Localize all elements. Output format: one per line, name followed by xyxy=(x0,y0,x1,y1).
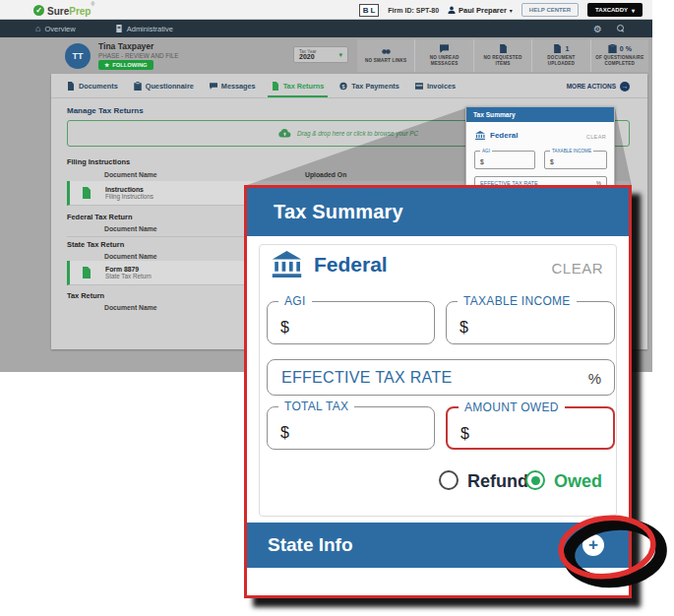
search-icon[interactable] xyxy=(617,25,625,32)
check-icon: ✓ xyxy=(33,5,44,16)
following-button[interactable]: ★ FOLLOWING xyxy=(98,60,153,70)
column-document-name: Document Name xyxy=(104,225,157,232)
mini-agi-label: AGI xyxy=(480,149,492,154)
taxable-income-field[interactable]: TAXABLE INCOME $ xyxy=(446,301,615,344)
tab-invoices[interactable]: Invoices xyxy=(415,74,456,97)
dropzone-text: Drag & drop here or click to browse your… xyxy=(297,130,418,137)
percent-suffix: % xyxy=(588,369,601,386)
tabs-row: Documents Questionnaire Messages Tax Ret… xyxy=(51,74,647,98)
mini-currency: $ xyxy=(550,158,554,165)
tile-questionnaire: 0 % OF QUESTIONNAIRE COMPLETED xyxy=(591,39,648,72)
messages-icon xyxy=(210,82,217,91)
owed-label: Owed xyxy=(554,471,602,492)
document-icon xyxy=(553,44,562,53)
amount-owed-field[interactable]: AMOUNT OWED $ xyxy=(446,406,615,450)
logo-text-sure: Sure xyxy=(47,6,69,17)
tile-label: NO UNREAD MESSAGES xyxy=(417,55,470,66)
section-tax-return: Tax Return xyxy=(67,291,104,300)
effective-tax-rate-field[interactable]: EFFECTIVE TAX RATE % xyxy=(267,359,615,396)
user-menu[interactable]: Paul Preparer ▾ xyxy=(448,6,513,15)
logo-text-prep: Prep xyxy=(69,6,91,17)
refund-radio[interactable] xyxy=(439,470,459,490)
add-state-button[interactable]: + xyxy=(582,534,604,556)
tab-tax-payments[interactable]: $ Tax Payments xyxy=(339,74,399,97)
column-document-name: Document Name xyxy=(104,171,157,178)
tab-messages[interactable]: Messages xyxy=(210,74,256,97)
nav-overview-label: Overview xyxy=(44,25,75,33)
svg-text:$: $ xyxy=(342,84,345,90)
firm-id-label: Firm ID: SPT-80 xyxy=(388,7,439,14)
tile-value: 0 % xyxy=(620,45,632,52)
mini-federal-label: Federal xyxy=(490,131,518,140)
tab-questionnaire[interactable]: Questionnaire xyxy=(134,74,194,97)
tax-returns-icon xyxy=(272,82,279,91)
help-center-button[interactable]: HELP CENTER xyxy=(521,3,579,17)
document-name: Form 8879 xyxy=(105,266,152,273)
state-info-bar: State Info + xyxy=(247,523,629,568)
tab-label: Documents xyxy=(79,82,118,91)
secondary-nav: ⌂ Overview Administrative ⚙ xyxy=(0,20,652,37)
tax-year-value: 2020 xyxy=(299,53,317,60)
mini-taxable-income-field[interactable]: TAXABLE INCOME $ xyxy=(544,151,607,169)
badge-letter-l: L xyxy=(370,6,375,15)
screen: ✓ SurePrep® B L Firm ID: SPT-80 Paul Pre… xyxy=(0,0,674,616)
tax-payments-icon: $ xyxy=(339,82,347,91)
document-icon xyxy=(499,44,508,53)
clear-button[interactable]: CLEAR xyxy=(551,260,603,277)
registered-mark: ® xyxy=(91,1,94,7)
column-document-name: Document Name xyxy=(104,304,157,311)
top-bar: ✓ SurePrep® B L Firm ID: SPT-80 Paul Pre… xyxy=(0,0,652,20)
tax-summary-overlay: Tax Summary Federal CLEAR AGI $ TAXABLE … xyxy=(244,185,632,598)
agi-field[interactable]: AGI $ xyxy=(267,301,435,344)
more-actions-label: MORE ACTIONS xyxy=(567,83,616,90)
bank-icon xyxy=(272,251,302,277)
gear-icon[interactable]: ⚙ xyxy=(593,24,602,34)
tab-label: Messages xyxy=(221,82,256,91)
column-uploaded-on: Uploaded On xyxy=(305,171,346,178)
message-icon xyxy=(440,44,449,53)
effective-tax-rate-label: EFFECTIVE TAX RATE xyxy=(281,369,452,387)
tile-documents-uploaded: 1 DOCUMENT UPLOADED xyxy=(532,39,590,72)
chevron-down-icon: ▾ xyxy=(632,7,635,14)
tile-label: NO SMART LINKS xyxy=(365,58,406,64)
tab-label: Tax Returns xyxy=(283,82,325,91)
mini-clear-button[interactable]: CLEAR xyxy=(586,134,606,140)
tile-label: OF QUESTIONNAIRE COMPLETED xyxy=(593,55,646,66)
taxable-income-label: TAXABLE INCOME xyxy=(458,294,577,308)
caret-down-icon: ▾ xyxy=(338,51,342,59)
following-label: FOLLOWING xyxy=(112,62,147,68)
tab-tax-returns[interactable]: Tax Returns xyxy=(272,74,325,97)
administrative-icon xyxy=(115,25,123,32)
avatar: TT xyxy=(65,43,91,69)
questionnaire-icon xyxy=(134,82,142,91)
owed-radio[interactable] xyxy=(525,470,545,490)
cloud-upload-icon xyxy=(278,129,291,138)
sureprep-logo: ✓ SurePrep® xyxy=(33,3,94,17)
tile-label: NO REQUESTED ITEMS xyxy=(476,55,529,66)
refund-label: Refund xyxy=(467,471,528,492)
taxcaddy-button[interactable]: TAXCADDY ▾ xyxy=(587,3,643,17)
nav-item-administrative[interactable]: Administrative xyxy=(115,25,173,33)
state-info-title: State Info xyxy=(247,523,629,568)
user-name: Paul Preparer xyxy=(459,6,507,15)
tile-label: DOCUMENT UPLOADED xyxy=(534,55,587,66)
user-icon xyxy=(448,6,456,14)
nav-administrative-label: Administrative xyxy=(127,25,173,33)
more-actions-button[interactable]: MORE ACTIONS → xyxy=(567,74,630,98)
mini-agi-field[interactable]: AGI $ xyxy=(474,151,535,169)
refund-owed-radio-group: Refund Owed xyxy=(247,470,617,492)
section-filing-instructions: Filing Instructions xyxy=(67,157,130,166)
tab-documents[interactable]: Documents xyxy=(67,74,118,97)
total-tax-field[interactable]: TOTAL TAX $ xyxy=(267,406,435,450)
manage-title: Manage Tax Returns xyxy=(67,106,144,115)
currency-prefix: $ xyxy=(280,319,289,337)
nav-item-overview[interactable]: ⌂ Overview xyxy=(35,25,76,33)
total-tax-label: TOTAL TAX xyxy=(278,400,354,413)
tax-year-dropdown[interactable]: Tax Year 2020 ▾ xyxy=(293,46,348,63)
tile-unread-messages: NO UNREAD MESSAGES xyxy=(415,39,473,72)
amount-owed-label: AMOUNT OWED xyxy=(459,400,565,414)
star-icon: ★ xyxy=(104,62,109,68)
federal-label: Federal xyxy=(314,253,388,277)
firm-initials-badge: B L xyxy=(359,4,380,17)
tile-smart-links: NO SMART LINKS xyxy=(357,39,415,72)
